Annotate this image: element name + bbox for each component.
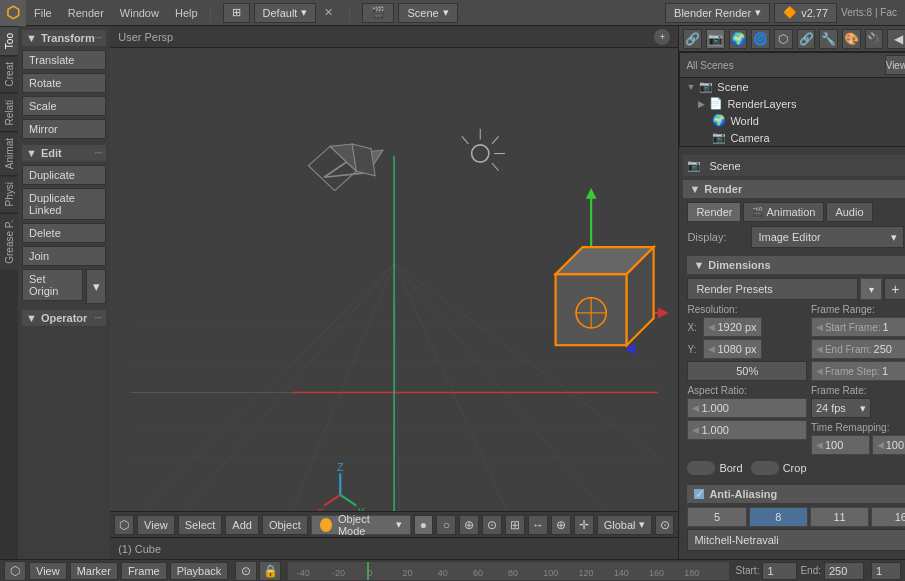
translate-btn[interactable]: Translate xyxy=(22,50,106,70)
mirror-btn[interactable]: Mirror xyxy=(22,119,106,139)
plus-layout[interactable]: ✕ xyxy=(320,6,337,19)
render-tab-animation[interactable]: 🎬 Animation xyxy=(743,202,824,222)
set-origin-btn[interactable]: Set Origin xyxy=(22,269,83,301)
icon-snap[interactable]: ⊞ xyxy=(505,515,525,535)
aspect-x-field[interactable]: ◀ 1.000 xyxy=(687,398,807,418)
object-btn[interactable]: Object xyxy=(262,515,308,535)
transform-header[interactable]: ▼ Transform ··· xyxy=(22,30,106,46)
aa-header[interactable]: ✓ Anti-Aliasing ··· xyxy=(687,485,905,503)
scene-dropdown[interactable]: Scene▾ xyxy=(398,3,457,23)
global-dropdown[interactable]: Global▾ xyxy=(597,515,652,535)
duplicate-btn[interactable]: Duplicate xyxy=(22,165,106,185)
presets-btn[interactable]: Render Presets xyxy=(687,278,858,300)
layout-grid-icon[interactable]: ⊞ xyxy=(223,3,250,23)
frame-btn[interactable]: Frame xyxy=(121,562,167,580)
icon-manip[interactable]: ✛ xyxy=(574,515,594,535)
menu-window[interactable]: Window xyxy=(112,0,167,25)
time-old-field[interactable]: ◀ 100 xyxy=(811,435,870,455)
aa-checkbox[interactable]: ✓ xyxy=(693,488,705,500)
icon-proportional[interactable]: ⊙ xyxy=(655,515,675,535)
right-icon-constraint[interactable]: 🔌 xyxy=(865,29,884,49)
viewport-icon-btn[interactable]: ⬡ xyxy=(114,515,134,535)
aspect-y-field[interactable]: ◀ 1.000 xyxy=(687,420,807,440)
shading-mat[interactable]: ⊙ xyxy=(482,515,502,535)
right-icon-world[interactable]: 🌍 xyxy=(729,29,748,49)
aa-val-8[interactable]: 8 xyxy=(749,507,808,527)
menu-file[interactable]: File xyxy=(26,0,60,25)
view-timeline-btn[interactable]: View xyxy=(29,562,67,580)
set-origin-arrow[interactable]: ▾ xyxy=(86,269,106,304)
layout-dropdown[interactable]: Default▾ xyxy=(254,3,317,23)
presets-expand[interactable]: ▾ xyxy=(860,278,882,300)
rotate-btn[interactable]: Rotate xyxy=(22,73,106,93)
render-section-header[interactable]: ▼ Render ··· xyxy=(683,180,905,198)
dimensions-header[interactable]: ▼ Dimensions ··· xyxy=(687,256,905,274)
tree-view-btn[interactable]: View xyxy=(885,55,905,75)
menu-help[interactable]: Help xyxy=(167,0,206,25)
select-btn[interactable]: Select xyxy=(178,515,223,535)
display-dropdown[interactable]: Image Editor ▾ xyxy=(751,226,904,248)
edit-header[interactable]: ▼ Edit ··· xyxy=(22,145,106,161)
play-icon[interactable]: ⊙ xyxy=(235,561,257,581)
scale-btn[interactable]: Scale xyxy=(22,96,106,116)
time-new-field[interactable]: ◀ 100 xyxy=(872,435,905,455)
render-tab-render[interactable]: Render xyxy=(687,202,741,222)
res-y-field[interactable]: ◀ 1080 px xyxy=(703,339,761,359)
viewport-add-btn[interactable]: + xyxy=(654,29,670,45)
join-btn[interactable]: Join xyxy=(22,246,106,266)
shading-solid[interactable]: ● xyxy=(414,515,434,535)
tree-camera[interactable]: 📷 Camera 👁 ▶ xyxy=(692,129,905,146)
duplicate-linked-btn[interactable]: Duplicate Linked xyxy=(22,188,106,220)
tree-all-scenes[interactable]: All Scenes xyxy=(686,60,733,71)
view-btn[interactable]: View xyxy=(137,515,175,535)
right-icon-tex[interactable]: 🔧 xyxy=(819,29,838,49)
presets-add[interactable]: + xyxy=(884,278,905,300)
tab-animation[interactable]: Animat xyxy=(0,131,18,175)
start-input[interactable]: 1 xyxy=(762,562,797,580)
tree-world[interactable]: 🌍 World xyxy=(692,112,905,129)
right-icon-link[interactable]: 🔗 xyxy=(683,29,702,49)
tab-relations[interactable]: Relati xyxy=(0,93,18,132)
timeline-track[interactable]: -40 -20 0 20 40 60 80 100 120 140 160 18… xyxy=(288,562,728,580)
viewport-canvas[interactable]: X Y Z xyxy=(110,48,678,511)
marker-btn[interactable]: Marker xyxy=(70,562,118,580)
aa-filter-dropdown[interactable]: Mitchell-Netravali ▾ xyxy=(687,529,905,551)
right-icon-mat[interactable]: 🔗 xyxy=(797,29,816,49)
blender-logo[interactable]: ⬡ xyxy=(0,0,26,26)
delete-btn[interactable]: Delete xyxy=(22,223,106,243)
fps-dropdown[interactable]: 24 fps ▾ xyxy=(811,398,871,418)
nav-back[interactable]: ◀ xyxy=(887,29,905,49)
tab-create[interactable]: Creat xyxy=(0,55,18,92)
timeline-icon[interactable]: ⬡ xyxy=(4,561,26,581)
operator-header[interactable]: ▼ Operator ··· xyxy=(22,310,106,326)
lock-icon[interactable]: 🔒 xyxy=(259,561,281,581)
crop-switch[interactable] xyxy=(751,461,779,475)
right-icon-obj[interactable]: 🌀 xyxy=(751,29,770,49)
menu-render[interactable]: Render xyxy=(60,0,112,25)
icon-move[interactable]: ↔ xyxy=(528,515,548,535)
shading-tex[interactable]: ⊕ xyxy=(459,515,479,535)
mode-dropdown[interactable]: Object Mode▾ xyxy=(311,515,411,535)
tree-renderlayers[interactable]: ▶ 📄 RenderLayers 👁 xyxy=(692,95,905,112)
current-frame-input[interactable]: 1 xyxy=(871,562,901,580)
right-icon-particle[interactable]: 🎨 xyxy=(842,29,861,49)
scene-icon[interactable]: 🎬 xyxy=(362,3,394,23)
res-x-field[interactable]: ◀ 1920 px xyxy=(703,317,761,337)
tab-physics[interactable]: Physi xyxy=(0,175,18,212)
right-icon-scene[interactable]: 📷 xyxy=(706,29,725,49)
aa-val-16[interactable]: 16 xyxy=(871,507,905,527)
aa-val-5[interactable]: 5 xyxy=(687,507,746,527)
tree-scene[interactable]: ▼ 📷 Scene xyxy=(680,78,905,95)
tab-tools[interactable]: Too xyxy=(0,26,18,55)
engine-dropdown[interactable]: Blender Render▾ xyxy=(665,3,770,23)
start-frame-field[interactable]: ◀ Start Frame: 1 xyxy=(811,317,905,337)
frame-step-field[interactable]: ◀ Frame Step: 1 xyxy=(811,361,905,381)
shading-wire[interactable]: ○ xyxy=(436,515,456,535)
right-icon-mesh[interactable]: ⬡ xyxy=(774,29,793,49)
render-tab-audio[interactable]: Audio xyxy=(826,202,872,222)
end-frame-field[interactable]: ◀ End Fram: 250 xyxy=(811,339,905,359)
icon-pivot[interactable]: ⊕ xyxy=(551,515,571,535)
bord-switch[interactable] xyxy=(687,461,715,475)
tab-grease[interactable]: Grease P. xyxy=(0,213,18,270)
aa-val-11[interactable]: 11 xyxy=(810,507,869,527)
